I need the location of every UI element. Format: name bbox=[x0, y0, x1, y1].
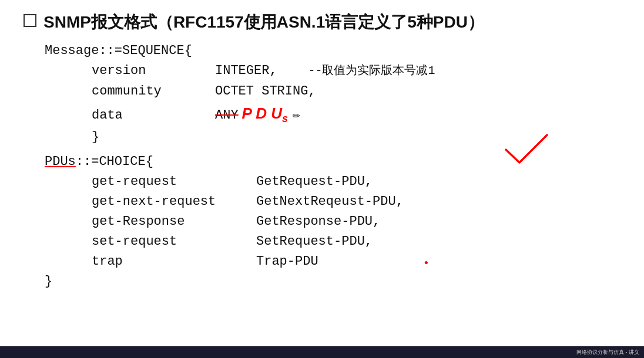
cursor-icon: ✏️ bbox=[293, 106, 300, 126]
data-line: data ANY P D Us ✏️ bbox=[45, 102, 620, 127]
get-request-type: GetRequest-PDU, bbox=[256, 172, 373, 192]
close-brace-2: } bbox=[45, 272, 620, 292]
get-request-line: get-request GetRequest-PDU, bbox=[45, 172, 620, 192]
get-request-name: get-request bbox=[92, 172, 256, 192]
bottom-bar-text: 网络协议分析与仿真 - 讲义 bbox=[576, 349, 639, 356]
get-response-line: get-Response GetResponse-PDU, bbox=[45, 212, 620, 232]
community-field-type: OCTET STRING, bbox=[215, 82, 316, 102]
bottom-bar: 网络协议分析与仿真 - 讲义 bbox=[0, 346, 644, 358]
slide-title: SNMP报文格式（RFC1157使用ASN.1语言定义了5种PDU） bbox=[43, 12, 484, 33]
title-checkbox bbox=[24, 14, 36, 27]
trap-line: trap Trap-PDU ● bbox=[45, 252, 620, 272]
code-block: Message::=SEQUENCE{ version INTEGER, --取… bbox=[45, 41, 620, 292]
get-next-request-name: get-next-request bbox=[92, 192, 256, 212]
get-response-name: get-Response bbox=[92, 212, 256, 232]
get-next-request-line: get-next-request GetNextReqeust-PDU, bbox=[45, 192, 620, 212]
pdus-seq-rest: ::=CHOICE{ bbox=[76, 152, 153, 172]
community-line: community OCTET STRING, bbox=[45, 82, 620, 102]
set-request-line: set-request SetRequest-PDU, bbox=[45, 232, 620, 252]
get-response-type: GetResponse-PDU, bbox=[256, 212, 380, 232]
get-next-request-type: GetNextReqeust-PDU, bbox=[256, 192, 404, 212]
close-brace-text-2: } bbox=[45, 272, 52, 292]
data-field-name: data bbox=[92, 106, 215, 126]
trap-name: trap bbox=[92, 252, 256, 272]
community-field-name: community bbox=[92, 82, 215, 102]
version-field-name: version bbox=[92, 61, 215, 81]
data-field-type-strikethrough: ANY bbox=[215, 106, 239, 126]
checkmark-annotation bbox=[503, 132, 550, 167]
pdus-seq-text: PDUs bbox=[45, 152, 76, 172]
slide-container: SNMP报文格式（RFC1157使用ASN.1语言定义了5种PDU） Messa… bbox=[0, 0, 644, 346]
trap-type: Trap-PDU bbox=[256, 252, 318, 272]
version-comment: --取值为实际版本号减1 bbox=[308, 62, 435, 80]
version-line: version INTEGER, --取值为实际版本号减1 bbox=[45, 61, 620, 81]
version-field-type: INTEGER, bbox=[215, 61, 308, 81]
title-row: SNMP报文格式（RFC1157使用ASN.1语言定义了5种PDU） bbox=[24, 12, 620, 33]
set-request-name: set-request bbox=[92, 232, 256, 252]
data-field-annotation: P D Us bbox=[242, 102, 288, 127]
message-seq-text: Message::=SEQUENCE{ bbox=[45, 41, 192, 61]
set-request-type: SetRequest-PDU, bbox=[256, 232, 373, 252]
message-seq-line: Message::=SEQUENCE{ bbox=[45, 41, 620, 61]
red-dot-inline: ● bbox=[424, 258, 428, 269]
close-brace-text-1: } bbox=[92, 127, 99, 147]
